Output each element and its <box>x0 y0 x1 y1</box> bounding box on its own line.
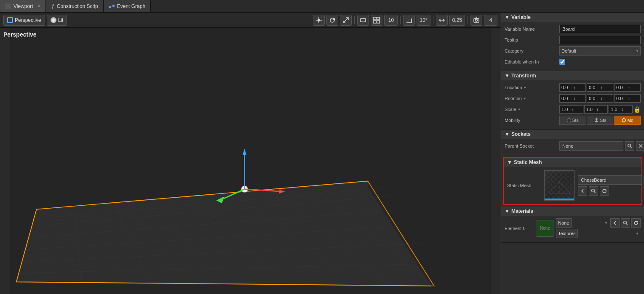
location-x-arrow: ↕ <box>573 85 584 90</box>
search-icon <box>591 188 596 193</box>
sockets-section-header[interactable]: ▼ Sockets <box>501 130 644 139</box>
variable-section-header[interactable]: ▼ Variable <box>501 13 644 22</box>
rotate-tool-btn[interactable] <box>326 15 338 26</box>
right-panel: ▼ Variable Variable Name Tooltip <box>501 13 644 294</box>
mesh-reset-btn[interactable] <box>600 186 609 196</box>
location-z-field[interactable]: 0.0 ↕ <box>614 83 641 92</box>
variable-section-title: Variable <box>511 14 531 20</box>
material-search-btn[interactable] <box>621 218 630 228</box>
mesh-search-btn[interactable] <box>589 186 598 196</box>
graph-icon <box>109 4 115 8</box>
variable-name-value <box>559 25 641 33</box>
mobility-movable-btn[interactable]: Mo <box>614 116 641 125</box>
mobility-label: Mobility <box>505 118 559 123</box>
rotation-y-field[interactable]: 0.0 ↕ <box>587 94 613 103</box>
scale-z-field[interactable]: 1.0 ↕ <box>609 105 633 114</box>
scale-tool-btn[interactable] <box>340 15 352 26</box>
collapse-icon: ▼ <box>505 14 510 20</box>
category-select[interactable]: Default <box>559 46 641 56</box>
tooltip-input[interactable] <box>559 36 641 44</box>
material-select[interactable]: None <box>556 218 572 228</box>
camera-count-btn[interactable]: 4 <box>484 15 497 26</box>
socket-clear-btn[interactable] <box>636 141 644 151</box>
location-y-value: 0.0 <box>589 85 600 90</box>
location-arrow-icon: ▼ <box>524 86 527 90</box>
material-textures-wrapper: Textures <box>556 229 641 238</box>
sockets-collapse-icon: ▼ <box>505 131 510 137</box>
canvas-area[interactable]: Perspective <box>0 28 501 294</box>
material-swatch-label: None <box>540 226 550 230</box>
transform-section-title: Transform <box>511 73 536 79</box>
tab-event-graph[interactable]: Event Graph <box>104 0 151 12</box>
rotation-row: Rotation ▼ 0.0 ↕ 0.0 ↕ 0.0 <box>505 94 641 103</box>
camera-btn[interactable] <box>470 15 482 26</box>
angle-value: 10° <box>420 17 427 23</box>
socket-search-btn[interactable] <box>625 141 634 151</box>
material-textures-select[interactable]: Textures <box>556 229 578 238</box>
location-y-field[interactable]: 0.0 ↕ <box>587 83 613 92</box>
editable-checkbox[interactable] <box>559 59 565 65</box>
grid-size-btn[interactable]: 10 <box>384 15 398 26</box>
scale-y-field[interactable]: 1.0 ↕ <box>584 105 608 114</box>
transform-section-header[interactable]: ▼ Transform <box>501 71 644 80</box>
static-mesh-section-header[interactable]: ▼ Static Mesh <box>504 158 641 167</box>
rotation-x-field[interactable]: 0.0 ↕ <box>559 94 586 103</box>
svg-line-2 <box>111 5 112 7</box>
tab-close-icon[interactable]: ✕ <box>37 4 40 8</box>
surface-snap-btn[interactable] <box>357 15 369 26</box>
lit-btn[interactable]: Lit <box>47 15 67 26</box>
close-icon <box>638 143 643 148</box>
editable-label: Editable when In <box>505 59 559 64</box>
materials-section-title: Materials <box>511 208 533 214</box>
scale-x-field[interactable]: 1.0 ↕ <box>559 105 583 114</box>
category-row: Category Default <box>505 46 641 56</box>
mesh-info: ▼ <box>578 175 644 196</box>
mesh-thumbnail-bar <box>545 199 574 200</box>
scale-z-value: 1.0 <box>611 107 620 112</box>
mesh-name-input[interactable] <box>578 175 642 185</box>
mobility-stationary-btn[interactable]: Sta <box>587 116 614 125</box>
material-reset-btn[interactable] <box>631 218 641 228</box>
material-browse-btn[interactable] <box>610 218 620 228</box>
scale-lock-icon[interactable]: 🔒 <box>633 106 641 113</box>
tab-construction[interactable]: ƒ Construction Scrip <box>46 0 103 12</box>
move-tool-btn[interactable] <box>313 15 325 26</box>
materials-section-header[interactable]: ▼ Materials <box>501 207 644 216</box>
mesh-action-btns <box>578 186 644 196</box>
rotation-z-field[interactable]: 0.0 ↕ <box>614 94 641 103</box>
sockets-section-content: Parent Socket <box>501 139 644 155</box>
angle-value-btn[interactable]: 10° <box>417 15 430 26</box>
static-radio <box>567 118 571 122</box>
socket-input[interactable] <box>559 141 623 151</box>
editable-row: Editable when In <box>505 57 641 66</box>
refresh-icon <box>602 188 607 193</box>
mobility-row: Mobility Sta Sta Mo <box>505 116 641 125</box>
angle-snap-btn[interactable] <box>403 15 415 26</box>
svg-point-48 <box>622 119 625 122</box>
tab-viewport[interactable]: Viewport ✕ <box>0 0 46 12</box>
lit-label: Lit <box>58 17 64 23</box>
location-label: Location ▼ <box>505 85 559 90</box>
mobility-buttons: Sta Sta Mo <box>559 116 641 125</box>
camera-icon <box>473 17 480 24</box>
translate-snap-btn[interactable] <box>436 15 448 26</box>
material-textures-row: Textures <box>556 229 641 238</box>
rotation-label: Rotation ▼ <box>505 96 559 101</box>
mobility-static-btn[interactable]: Sta <box>559 116 586 125</box>
location-y-arrow: ↕ <box>601 85 612 90</box>
sockets-section: ▼ Sockets Parent Socket <box>501 130 644 155</box>
rotation-y-value: 0.0 <box>589 96 600 101</box>
variable-section: ▼ Variable Variable Name Tooltip <box>501 13 644 71</box>
mesh-browse-btn[interactable] <box>578 186 587 196</box>
material-action-btns <box>610 218 641 228</box>
tab-viewport-label: Viewport <box>13 3 33 9</box>
rotation-y-arrow: ↕ <box>601 96 612 101</box>
perspective-label: Perspective <box>15 17 41 23</box>
snap-value-btn[interactable]: 0.25 <box>449 15 465 26</box>
location-x-field[interactable]: 0.0 ↕ <box>559 83 586 92</box>
perspective-btn[interactable]: Perspective <box>3 15 45 26</box>
location-fields: 0.0 ↕ 0.0 ↕ 0.0 ↕ <box>559 83 641 92</box>
viewport-icon <box>5 3 11 9</box>
snap-grid-btn[interactable] <box>371 15 382 26</box>
variable-name-input[interactable] <box>559 25 641 33</box>
